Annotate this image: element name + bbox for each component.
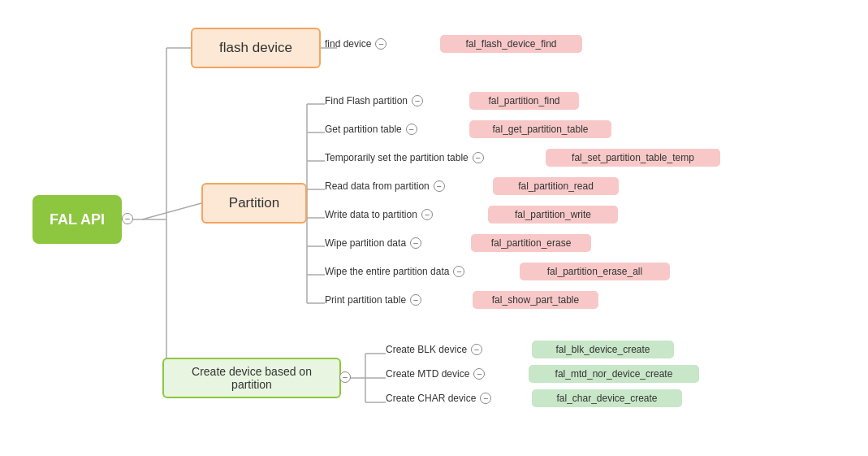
write-partition-label: Write data to partition − — [325, 209, 437, 220]
create-blk-label: Create BLK device − — [386, 344, 486, 355]
get-partition-table-label: Get partition table − — [325, 124, 421, 135]
fal-blk-device-create-node: fal_blk_device_create — [532, 341, 674, 358]
partition-label: Partition — [229, 195, 279, 211]
fal-char-device-create-node: fal_char_device_create — [532, 389, 682, 407]
find-flash-partition-label: Find Flash partition − — [325, 95, 427, 106]
create-mtd-label: Create MTD device − — [386, 368, 489, 380]
create-char-label: Create CHAR device − — [386, 393, 495, 404]
read-partition-minus[interactable]: − — [434, 180, 445, 192]
fal-get-partition-table-node: fal_get_partition_table — [469, 120, 611, 138]
print-partition-minus[interactable]: − — [410, 294, 421, 306]
fal-api-label: FAL API — [50, 211, 105, 228]
write-partition-minus[interactable]: − — [421, 209, 433, 220]
fal-api-expand-icon[interactable]: − — [122, 213, 133, 224]
flash-device-label: flash device — [219, 40, 292, 56]
get-partition-table-minus[interactable]: − — [406, 124, 417, 135]
temp-set-partition-label: Temporarily set the partition table − — [325, 152, 488, 163]
fal-api-node: FAL API — [32, 195, 122, 244]
fal-partition-write-node: fal_partition_write — [488, 206, 618, 224]
wipe-partition-label: Wipe partition data − — [325, 237, 425, 249]
flash-device-node: flash device — [191, 28, 321, 68]
print-partition-label: Print partition table − — [325, 294, 425, 306]
find-device-label: find device − — [325, 38, 391, 50]
find-device-minus-icon[interactable]: − — [375, 38, 386, 50]
wipe-entire-partition-minus[interactable]: − — [453, 266, 464, 277]
diagram: FAL API − flash device find device − fal… — [0, 0, 868, 456]
wipe-entire-partition-label: Wipe the entire partition data − — [325, 266, 469, 277]
fal-mtd-nor-device-create-node: fal_mtd_nor_device_create — [529, 365, 699, 383]
create-blk-minus[interactable]: − — [471, 344, 482, 355]
read-partition-label: Read data from partition − — [325, 180, 449, 192]
find-flash-partition-minus[interactable]: − — [412, 95, 423, 106]
fal-show-part-table-node: fal_show_part_table — [473, 291, 598, 309]
fal-partition-erase-all-node: fal_partition_erase_all — [520, 263, 670, 280]
fal-partition-read-node: fal_partition_read — [493, 177, 619, 195]
wipe-partition-minus[interactable]: − — [410, 237, 421, 249]
partition-node: Partition — [201, 183, 307, 224]
create-device-label: Create device based on partition — [174, 365, 330, 391]
create-char-minus[interactable]: − — [480, 393, 491, 404]
connector-lines — [0, 0, 868, 456]
fal-partition-erase-node: fal_partition_erase — [471, 234, 591, 252]
create-device-node: Create device based on partition — [162, 358, 341, 398]
temp-set-partition-minus[interactable]: − — [473, 152, 484, 163]
create-device-expand-icon[interactable]: − — [339, 371, 351, 383]
fal-set-partition-table-temp-node: fal_set_partition_table_temp — [546, 149, 720, 167]
create-mtd-minus[interactable]: − — [473, 368, 485, 380]
fal-flash-device-find-node: fal_flash_device_find — [440, 35, 582, 53]
svg-line-3 — [142, 203, 201, 219]
fal-partition-find-node: fal_partition_find — [469, 92, 579, 110]
